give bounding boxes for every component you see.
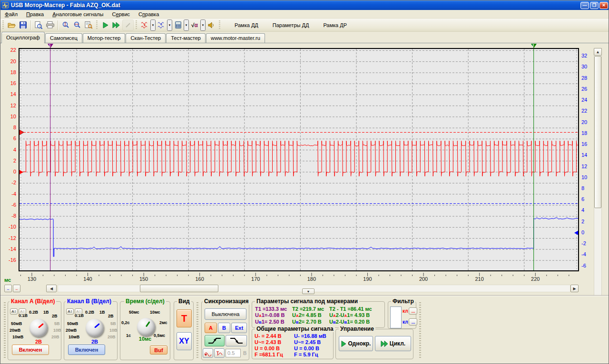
tab-3[interactable]: Скан-Тестер xyxy=(126,33,166,43)
filter-listbox[interactable] xyxy=(390,307,402,328)
tab-5[interactable]: www.motor-master.ru xyxy=(206,33,265,43)
start-button[interactable] xyxy=(99,19,111,31)
channel-a-power-button[interactable]: Включен xyxy=(12,345,49,355)
knob-scale-label: 1с xyxy=(126,333,131,338)
save-button[interactable] xyxy=(17,19,29,31)
y-axis-right-label: 20 xyxy=(581,119,594,125)
marker-param-value: UA2= 4.85 В xyxy=(292,312,324,319)
view-t-button[interactable]: T xyxy=(177,309,192,327)
toolbar-grip[interactable] xyxy=(218,20,221,30)
rising-edge-button[interactable] xyxy=(205,335,225,346)
scroll-up-button[interactable]: ▲ xyxy=(594,48,602,56)
cycle-run-button[interactable]: Цикл. xyxy=(375,336,411,351)
signal-a-dropdown[interactable]: ▼ xyxy=(150,19,156,31)
menu-item-1[interactable]: Правка xyxy=(22,10,48,18)
signal-b-dropdown[interactable]: ▼ xyxy=(167,19,172,31)
start-cycle-button[interactable] xyxy=(111,19,122,31)
sound-button[interactable] xyxy=(206,19,217,31)
buffer-button[interactable]: Buf xyxy=(150,345,167,354)
marker-param-value: UA2-UA1= 4.93 В xyxy=(329,312,372,319)
view-title: Вид xyxy=(177,298,191,305)
filter-settings-button[interactable]: ... xyxy=(409,318,417,326)
vertical-scroll-thumb[interactable] xyxy=(594,56,601,208)
frame-dr-button[interactable]: Рамка ДР xyxy=(319,20,351,30)
sync-source-b-button[interactable]: B xyxy=(218,323,230,333)
trigger-level-input[interactable] xyxy=(226,349,241,357)
view-xy-button[interactable]: XY xyxy=(177,332,192,350)
scroll-right-button[interactable]: ▶ xyxy=(570,285,579,292)
tab-1[interactable]: Самописец xyxy=(45,33,82,43)
time-marker-2[interactable]: 2 xyxy=(531,44,537,48)
sync-source-ext-button[interactable]: Ext xyxy=(231,323,247,333)
auto-scale-button[interactable]: A↕ xyxy=(66,308,74,315)
toolbar-grip[interactable] xyxy=(96,20,98,30)
print-button[interactable] xyxy=(44,19,56,31)
time-marker-1[interactable]: 1 xyxy=(48,44,53,48)
params-dd-button[interactable]: Параметры ДД xyxy=(269,20,313,30)
auto-scale-button[interactable]: A↕ xyxy=(75,308,82,315)
sync-mode-2-button[interactable] xyxy=(214,348,225,358)
panel-grip[interactable] xyxy=(419,302,421,358)
sqrt-alpha-button[interactable]: √α xyxy=(189,19,200,31)
y-axis-right-label: 10 xyxy=(581,174,594,180)
calculator-button[interactable] xyxy=(172,19,184,31)
y-axis-right-label: 32 xyxy=(581,53,594,58)
menu-item-2[interactable]: Аналоговые сигналы xyxy=(48,10,108,18)
marker-params-column-1: T1 =133.3 мсUA1=-0.08 ВUB1= 2.50 В xyxy=(255,306,287,326)
falling-edge-button[interactable] xyxy=(226,335,247,346)
general-params-channel-a: U- = 2.44 ВU~= 2.43 ВU = 0.00 ВF =681.1 … xyxy=(255,333,283,358)
restore-button[interactable]: ❐ xyxy=(590,2,599,9)
print-preview-button[interactable] xyxy=(33,19,44,31)
y-axis-left-label: 0 xyxy=(4,169,16,174)
panel-grip[interactable] xyxy=(196,302,198,358)
tab-4[interactable]: Тест-мастер xyxy=(166,33,206,43)
zoom-horizontal-button[interactable] xyxy=(71,19,83,31)
sqrt-alpha-dropdown[interactable]: ▼ xyxy=(200,19,206,31)
knob-value: 10мс xyxy=(137,336,154,342)
toolbar-grip[interactable] xyxy=(2,20,4,30)
signal-b-button[interactable] xyxy=(156,19,167,31)
auto-scale-button[interactable]: A↕ xyxy=(10,308,18,315)
menu-item-3[interactable]: Сервис xyxy=(108,10,134,18)
signal-a-button[interactable] xyxy=(139,19,150,31)
menu-item-0[interactable]: Файл xyxy=(0,10,22,18)
horizontal-scroll-thumb[interactable] xyxy=(140,285,218,292)
calculator-dropdown[interactable]: ▼ xyxy=(184,19,189,31)
knob-scale-label: 10мс xyxy=(150,310,160,315)
y-axis-right-label: -4 xyxy=(581,251,594,257)
edit-button[interactable] xyxy=(122,19,134,31)
knob-scale-label: 50мВ xyxy=(11,321,22,326)
sync-mode-1-button[interactable] xyxy=(203,348,213,358)
single-run-button[interactable]: Однокр. xyxy=(339,336,373,351)
plot-area[interactable] xyxy=(19,48,579,271)
channel-b-power-button[interactable]: Включен xyxy=(68,345,105,355)
x-axis-label: 140 xyxy=(79,276,96,282)
knob-scale-label: 5В xyxy=(110,321,116,326)
general-param-a: U~= 2.43 В xyxy=(255,339,283,345)
tab-0[interactable]: Осциллограф xyxy=(1,32,45,43)
knob-value: 2В xyxy=(86,339,103,345)
zoom-page-button[interactable] xyxy=(83,19,94,31)
knob-scale-label: 10В xyxy=(109,328,118,333)
minimize-button[interactable]: — xyxy=(580,2,589,9)
panel-grip[interactable] xyxy=(4,302,6,358)
marker-2-button[interactable]: .. xyxy=(13,285,20,292)
y-axis-left-label: 8 xyxy=(4,125,16,130)
scroll-left-button[interactable]: ◀ xyxy=(46,285,57,292)
time-panel: Время (с/дел) Buf 50мс10мс2мс0,5мс1с0,2с… xyxy=(120,301,170,360)
close-button[interactable]: ✕ xyxy=(599,2,608,9)
filter-settings-button[interactable]: ... xyxy=(409,307,417,315)
toolbar-grip[interactable] xyxy=(135,20,138,30)
zoom-vertical-button[interactable] xyxy=(60,19,71,31)
y-axis-right-label: 0 xyxy=(581,230,594,235)
auto-scale-button[interactable]: A↕ xyxy=(19,308,26,315)
knob-scale-label: 50мс xyxy=(129,310,139,315)
frame-dd-button[interactable]: Рамка ДД xyxy=(231,20,262,30)
open-button[interactable] xyxy=(6,19,17,31)
sync-off-button[interactable]: Выключена xyxy=(205,308,246,320)
marker-1-button[interactable]: .. xyxy=(4,285,12,292)
panel-collapse-button[interactable]: ▼ xyxy=(302,288,314,294)
menu-item-4[interactable]: Справка xyxy=(134,10,163,18)
tab-2[interactable]: Мотор-тестер xyxy=(83,33,126,43)
sync-source-a-button[interactable]: A xyxy=(205,323,217,333)
